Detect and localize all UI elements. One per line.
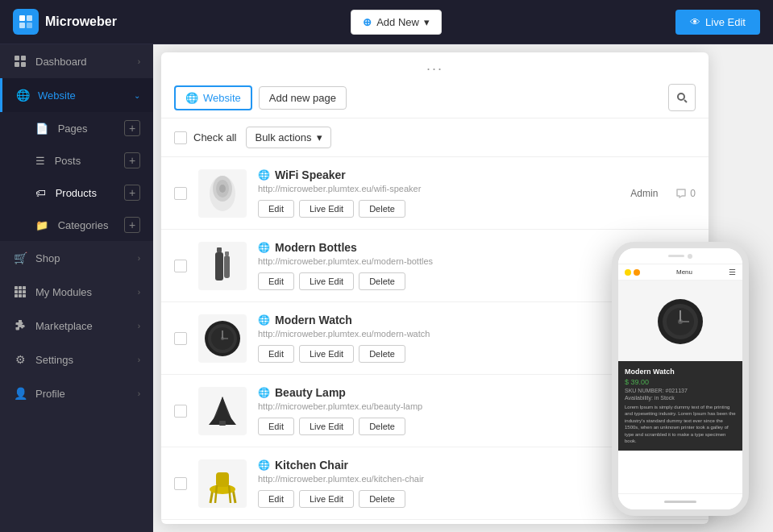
shop-icon: 🛒: [13, 251, 27, 265]
pages-add-button[interactable]: +: [124, 120, 140, 136]
svg-point-22: [219, 185, 226, 193]
edit-button-1[interactable]: Edit: [258, 200, 294, 218]
sidebar-item-my-modules[interactable]: My Modules ›: [0, 275, 153, 309]
chevron-right-icon: ›: [138, 57, 140, 66]
sidebar-item-posts[interactable]: ☰ Posts +: [0, 144, 153, 177]
product-actions-1: Edit Live Edit Delete: [258, 200, 619, 218]
svg-rect-39: [216, 472, 229, 487]
product-image-3: [198, 314, 247, 363]
tab-website[interactable]: 🌐 Website: [174, 85, 252, 110]
sidebar-item-dashboard[interactable]: Dashboard ›: [0, 44, 153, 78]
product-url-2: http://microweber.plumtex.eu/modern-bott…: [258, 256, 619, 266]
svg-rect-4: [15, 56, 19, 60]
product-title-row-3: 🌐 Modern Watch: [258, 314, 619, 326]
sidebar-item-categories[interactable]: 📁 Categories +: [0, 209, 153, 241]
svg-rect-3: [27, 23, 32, 28]
check-all-checkbox[interactable]: [174, 131, 187, 144]
chevron-down-icon: ⌄: [134, 91, 140, 100]
delete-button-4[interactable]: Delete: [359, 418, 405, 435]
grid-icon: [13, 54, 27, 69]
product-info-5: 🌐 Kitchen Chair http://microweber.plumte…: [258, 459, 619, 508]
add-new-label: Add New: [376, 16, 419, 28]
svg-rect-26: [224, 256, 230, 278]
bulk-actions-dropdown[interactable]: Bulk actions ▾: [246, 127, 330, 148]
phone-mockup: Menu ☰: [612, 242, 773, 532]
product-name-1: WiFi Speaker: [275, 168, 346, 181]
live-edit-button-5[interactable]: Live Edit: [299, 490, 354, 508]
live-edit-button-2[interactable]: Live Edit: [299, 272, 354, 290]
delete-button-2[interactable]: Delete: [359, 272, 405, 290]
product-globe-icon-2: 🌐: [258, 242, 270, 253]
sidebar-item-profile[interactable]: 👤 Profile ›: [0, 376, 153, 410]
sidebar-item-settings[interactable]: ⚙ Settings ›: [0, 343, 153, 376]
edit-button-3[interactable]: Edit: [258, 345, 294, 363]
content-area: ... 🌐 Website Add new page: [153, 44, 773, 532]
product-checkbox-1[interactable]: [174, 187, 187, 200]
svg-rect-1: [27, 15, 32, 21]
svg-rect-11: [15, 290, 18, 293]
sidebar-modules-label: My Modules: [35, 286, 92, 298]
product-info-1: 🌐 WiFi Speaker http://microweber.plumtex…: [258, 168, 619, 218]
tab-website-label: Website: [203, 92, 241, 104]
table-row: 🌐 WiFi Speaker http://microweber.plumtex…: [161, 157, 709, 230]
panel-tabs: 🌐 Website Add new page: [161, 77, 709, 118]
product-actions-2: Edit Live Edit Delete: [258, 272, 619, 290]
svg-rect-2: [19, 23, 25, 28]
sidebar-item-marketplace[interactable]: Marketplace ›: [0, 309, 153, 343]
website-submenu: 📄 Pages + ☰ Posts + 🏷 Products +: [0, 112, 153, 241]
live-edit-button-4[interactable]: Live Edit: [299, 418, 354, 435]
delete-button-5[interactable]: Delete: [359, 490, 405, 508]
products-label: 🏷 Products: [35, 187, 97, 199]
svg-rect-13: [23, 290, 26, 293]
categories-label: 📁 Categories: [35, 219, 109, 231]
nav-dot-2: [634, 269, 640, 276]
delete-button-1[interactable]: Delete: [359, 200, 405, 218]
svg-rect-25: [225, 251, 229, 256]
product-url-3: http://microweber.plumtex.eu/modern-watc…: [258, 329, 619, 339]
hamburger-icon: ☰: [729, 268, 736, 276]
tag-icon: 🏷: [35, 187, 46, 199]
sidebar-shop-label: Shop: [35, 252, 60, 264]
sidebar-item-pages[interactable]: 📄 Pages +: [0, 112, 153, 144]
posts-add-button[interactable]: +: [124, 152, 140, 168]
products-add-button[interactable]: +: [124, 185, 140, 201]
product-actions-5: Edit Live Edit Delete: [258, 490, 619, 508]
product-globe-icon-1: 🌐: [258, 169, 270, 181]
product-checkbox-4[interactable]: [174, 405, 187, 418]
phone-outer: Menu ☰: [612, 242, 749, 516]
categories-add-button[interactable]: +: [124, 217, 140, 233]
live-edit-button-3[interactable]: Live Edit: [299, 345, 354, 363]
home-indicator: [664, 501, 696, 503]
gear-icon: ⚙: [13, 352, 27, 367]
svg-line-18: [684, 100, 687, 102]
product-title-row-5: 🌐 Kitchen Chair: [258, 459, 619, 472]
live-edit-button-1[interactable]: Live Edit: [299, 200, 354, 218]
sidebar-item-shop[interactable]: 🛒 Shop ›: [0, 241, 153, 275]
user-icon: 👤: [13, 386, 27, 401]
sidebar-item-products[interactable]: 🏷 Products +: [0, 177, 153, 209]
svg-rect-0: [19, 15, 25, 21]
sidebar-item-website[interactable]: 🌐 Website ⌄: [0, 78, 153, 112]
edit-button-5[interactable]: Edit: [258, 490, 294, 508]
edit-button-2[interactable]: Edit: [258, 272, 294, 290]
tab-add-page[interactable]: Add new page: [259, 86, 347, 110]
product-title-row-2: 🌐 Modern Bottles: [258, 241, 619, 254]
posts-icon: ☰: [35, 155, 45, 167]
phone-screen: Menu ☰: [618, 264, 742, 493]
add-new-button[interactable]: ⊕ Add New ▾: [351, 10, 442, 35]
delete-button-3[interactable]: Delete: [359, 345, 405, 363]
sidebar-website-label: Website: [38, 89, 76, 102]
phone-product-availability: Availability: in Stock: [625, 395, 736, 401]
svg-rect-12: [19, 290, 22, 293]
product-checkbox-3[interactable]: [174, 332, 187, 345]
chevron-right-shop-icon: ›: [138, 254, 140, 263]
product-checkbox-2[interactable]: [174, 260, 187, 272]
edit-button-4[interactable]: Edit: [258, 418, 294, 435]
product-title-row-1: 🌐 WiFi Speaker: [258, 168, 619, 181]
phone-product-desc: Lorem Ipsum is simply dummy text of the …: [625, 404, 736, 444]
product-name-4: Beauty Lamp: [275, 386, 346, 399]
product-checkbox-5[interactable]: [174, 477, 187, 490]
live-edit-button[interactable]: 👁 Live Edit: [675, 10, 760, 35]
nav-dot-1: [625, 269, 631, 276]
search-button[interactable]: [668, 84, 696, 111]
